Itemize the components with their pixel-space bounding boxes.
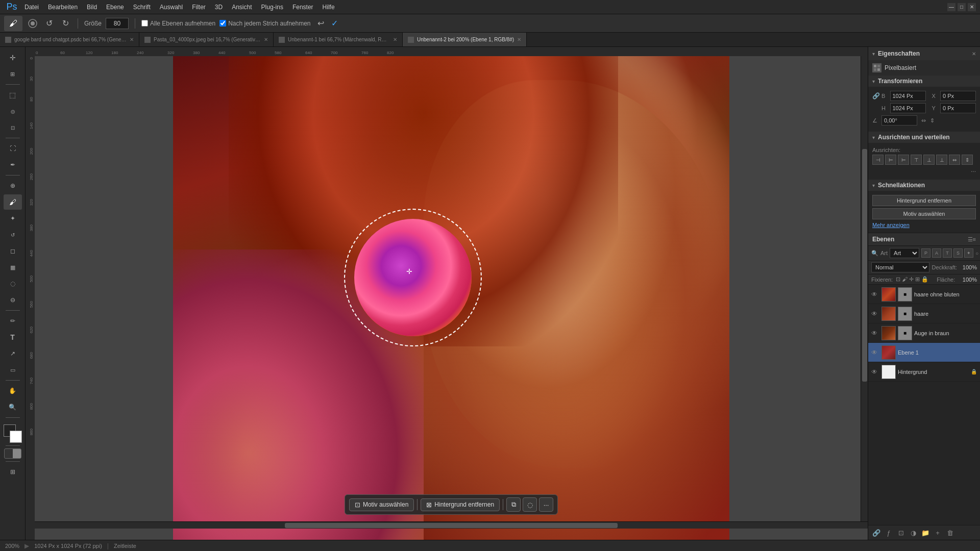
brush-preset-picker[interactable]: [27, 17, 39, 30]
flip-v-icon[interactable]: ⇕: [930, 117, 935, 124]
menu-bild[interactable]: Bild: [83, 2, 101, 12]
minimize-button[interactable]: —: [947, 3, 955, 11]
tab-close-3[interactable]: ✕: [393, 37, 397, 42]
dist-h-btn[interactable]: ⇔: [949, 155, 960, 165]
close-button[interactable]: ✕: [968, 3, 976, 11]
options-undo2[interactable]: ↩: [315, 17, 327, 30]
properties-header[interactable]: ▾ Eigenschaften ✕: [868, 47, 980, 60]
align-middle-btn[interactable]: ⊥: [923, 155, 935, 165]
artboard-tool[interactable]: ⊞: [4, 66, 22, 82]
add-mask-btn[interactable]: ⊡: [896, 528, 906, 538]
hscroll-thumb[interactable]: [285, 523, 618, 528]
canvas-image[interactable]: ✛ ⊡ Motiv auswählen ⊠ Hintergrund entfer…: [173, 56, 729, 540]
menu-filter[interactable]: Filter: [188, 2, 210, 12]
layer-visibility-3[interactable]: 👁: [871, 330, 879, 337]
rect-select-tool[interactable]: ⬚: [4, 87, 22, 103]
object-select-tool[interactable]: ⊡: [4, 120, 22, 135]
layer-item-haare[interactable]: 👁 ■ haare: [868, 304, 980, 323]
timeline-label[interactable]: Zeitleiste: [114, 543, 136, 549]
more-link[interactable]: Mehr anzeigen: [872, 222, 910, 228]
height-input[interactable]: [890, 103, 926, 113]
bt-extra1[interactable]: ⧉: [506, 497, 521, 512]
all-layers-checkbox[interactable]: [141, 20, 148, 27]
transform-header[interactable]: ▾ Transformieren: [868, 76, 980, 87]
dist-v-btn[interactable]: ⇕: [962, 155, 973, 165]
angle-input[interactable]: [881, 115, 917, 126]
layer-item-ebene1[interactable]: 👁 Ebene 1: [868, 343, 980, 362]
vertical-scrollbar[interactable]: [861, 56, 868, 521]
pen-tool[interactable]: ✏: [4, 313, 22, 329]
layer-item-hintergrund[interactable]: 👁 Hintergrund 🔒: [868, 362, 980, 382]
tab-close-1[interactable]: ✕: [130, 37, 134, 42]
lock-pixels-btn[interactable]: 🖌: [902, 276, 908, 283]
dodge-tool[interactable]: ⊖: [4, 292, 22, 308]
layer-item-haare-ohne[interactable]: 👁 ■ haare ohne bluten: [868, 285, 980, 304]
y-input[interactable]: [940, 103, 976, 113]
menu-bearbeiten[interactable]: Bearbeiten: [44, 2, 82, 12]
filter-text-btn[interactable]: T: [943, 248, 952, 258]
gradient-tool[interactable]: ▦: [4, 260, 22, 275]
menu-fenster[interactable]: Fenster: [288, 2, 317, 12]
properties-close[interactable]: ✕: [972, 51, 976, 57]
shape-tool[interactable]: ▭: [4, 362, 22, 378]
filter-pixel-btn[interactable]: P: [921, 248, 930, 258]
clone-tool[interactable]: ✦: [4, 211, 22, 226]
background-color[interactable]: [10, 431, 22, 443]
path-select-tool[interactable]: ↗: [4, 346, 22, 361]
filter-adjust-btn[interactable]: A: [932, 248, 941, 258]
after-stroke-checkbox-label[interactable]: Nach jedem Strich aufnehmen: [219, 20, 310, 27]
filter-shape-btn[interactable]: S: [953, 248, 963, 258]
align-center-h-btn[interactable]: ⊢: [885, 155, 896, 165]
menu-schrift[interactable]: Schrift: [129, 2, 155, 12]
bt-more[interactable]: ···: [539, 497, 553, 512]
menu-ansicht[interactable]: Ansicht: [228, 2, 256, 12]
add-effect-btn[interactable]: ƒ: [884, 528, 894, 538]
canvas-area[interactable]: 0 60 120 180 240 320 380 440 500 580 640…: [26, 47, 868, 540]
layers-options-btn[interactable]: ☰: [968, 236, 973, 243]
eraser-tool[interactable]: ◻: [4, 243, 22, 259]
after-stroke-checkbox[interactable]: [219, 20, 226, 27]
align-header[interactable]: ▾ Ausrichten und verteilen: [868, 132, 980, 143]
canvas-content[interactable]: ✛ ⊡ Motiv auswählen ⊠ Hintergrund entfer…: [35, 56, 868, 540]
align-more-btn[interactable]: ...: [971, 166, 976, 173]
horizontal-scrollbar[interactable]: [35, 521, 868, 529]
menu-ebene[interactable]: Ebene: [102, 2, 128, 12]
redo-btn[interactable]: ↻: [59, 17, 71, 30]
lock-position-btn[interactable]: ✛: [909, 276, 914, 283]
align-right-btn[interactable]: ⊢: [898, 155, 909, 165]
vscroll-thumb[interactable]: [862, 149, 867, 382]
add-adjustment-btn[interactable]: ◑: [908, 528, 918, 538]
delete-layer-btn[interactable]: 🗑: [945, 528, 955, 538]
blur-tool[interactable]: ◌: [4, 276, 22, 291]
maximize-button[interactable]: □: [958, 3, 966, 11]
layer-item-auge[interactable]: 👁 ■ Auge in braun: [868, 323, 980, 343]
brush-options-icon[interactable]: 🖌: [4, 16, 22, 31]
eyedropper-tool[interactable]: ✒: [4, 157, 22, 172]
lock-all-btn[interactable]: 🔒: [921, 276, 928, 283]
layer-visibility-4[interactable]: 👁: [871, 349, 879, 356]
lock-transparent-btn[interactable]: ⊡: [896, 276, 900, 283]
layer-visibility-2[interactable]: 👁: [871, 310, 879, 317]
menu-plugins[interactable]: Plug-ins: [257, 2, 287, 12]
filter-dropdown[interactable]: Art Name Effekt: [890, 248, 919, 258]
align-top-btn[interactable]: ⊤: [911, 155, 922, 165]
menu-hilfe[interactable]: Hilfe: [318, 2, 339, 12]
opacity-value[interactable]: 100%: [959, 264, 977, 270]
layer-visibility-5[interactable]: 👁: [871, 368, 879, 375]
tab-close-2[interactable]: ✕: [264, 37, 268, 42]
layer-visibility-1[interactable]: 👁: [871, 291, 879, 298]
all-layers-checkbox-label[interactable]: Alle Ebenen aufnehmen: [141, 20, 215, 27]
add-group-btn[interactable]: 📁: [920, 528, 930, 538]
add-link-btn[interactable]: 🔗: [871, 528, 881, 538]
align-bottom-btn[interactable]: ⊥: [936, 155, 947, 165]
lock-proportions[interactable]: 🔗: [872, 92, 879, 99]
align-left-btn[interactable]: ⊣: [872, 155, 884, 165]
history-brush-tool[interactable]: ↺: [4, 227, 22, 242]
quick-actions-header[interactable]: ▾ Schnellaktionen: [868, 180, 980, 191]
filter-on-off[interactable]: ○: [975, 251, 978, 256]
menu-auswahl[interactable]: Auswahl: [156, 2, 187, 12]
undo-btn[interactable]: ↺: [43, 17, 55, 30]
menu-3d[interactable]: 3D: [211, 2, 227, 12]
tab-1[interactable]: google bard und chatgpt.psdc bei 66,7% (…: [0, 33, 139, 46]
hand-tool[interactable]: ✋: [4, 383, 22, 398]
